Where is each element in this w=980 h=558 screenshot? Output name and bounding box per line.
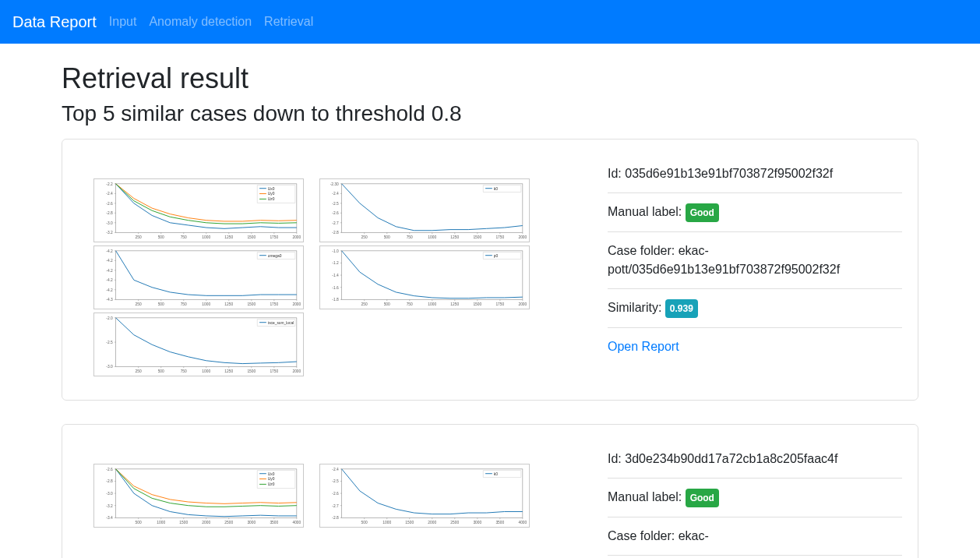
svg-text:-2.4: -2.4 [332,192,339,196]
info-column: Id: 035d6e91b13e91bf703872f95002f32f Man… [608,155,902,384]
svg-text:-2.8: -2.8 [332,516,339,520]
svg-text:250: 250 [136,235,142,239]
svg-text:Ux0: Ux0 [268,472,275,476]
svg-text:1500: 1500 [473,235,481,239]
charts-column: -2.6-2.8-3.0-3.2-3.450010001500200025003… [78,440,592,558]
svg-text:-1.4: -1.4 [332,274,339,277]
svg-text:k0: k0 [494,187,498,191]
result-card: -2.2-2.4-2.6-2.8-3.0-3.22505007501000125… [62,139,918,401]
nav-link-retrieval[interactable]: Retrieval [264,15,313,29]
page-title: Retrieval result [62,62,918,95]
nav-link-input[interactable]: Input [109,15,137,29]
svg-text:1000: 1000 [382,521,391,524]
navbar-brand[interactable]: Data Report [12,13,97,31]
svg-text:1250: 1250 [450,302,459,306]
svg-text:-2.5: -2.5 [106,341,113,344]
svg-text:750: 750 [407,235,413,239]
result-similarity: Similarity: 0.939 [608,288,902,327]
svg-text:1250: 1250 [224,369,233,373]
nav-link-anomaly[interactable]: Anomaly detection [149,15,252,29]
similarity-badge: 0.939 [665,299,698,318]
svg-text:1000: 1000 [428,302,436,306]
result-similarity: Similarity: [608,555,902,558]
svg-text:1250: 1250 [224,302,233,306]
svg-text:1000: 1000 [202,302,210,306]
svg-text:Uy0: Uy0 [268,477,275,481]
svg-text:1500: 1500 [247,235,256,239]
svg-text:500: 500 [384,235,390,239]
svg-text:-3.4: -3.4 [106,516,113,520]
svg-text:-4.2: -4.2 [106,269,113,273]
svg-text:1250: 1250 [224,235,233,239]
svg-text:-2.8: -2.8 [106,211,113,215]
svg-text:-1.0: -1.0 [332,249,339,253]
svg-text:250: 250 [361,302,368,306]
page-subtitle: Top 5 similar cases down to threshold 0.… [62,101,918,126]
svg-text:4000: 4000 [518,521,527,524]
svg-text:-3.0: -3.0 [106,221,113,225]
svg-text:-4.2: -4.2 [106,288,113,292]
svg-text:1500: 1500 [247,302,256,306]
svg-text:500: 500 [158,302,164,306]
svg-text:750: 750 [181,369,187,373]
svg-text:1750: 1750 [270,369,278,373]
svg-text:-2.6: -2.6 [332,492,339,496]
svg-text:-1.6: -1.6 [332,286,339,290]
svg-text:1750: 1750 [495,235,504,239]
svg-text:-2.6: -2.6 [106,202,113,206]
svg-rect-217 [483,471,521,478]
svg-text:1250: 1250 [450,235,459,239]
svg-text:-4.2: -4.2 [106,249,113,253]
chart-panel: -2.6-2.8-3.0-3.2-3.450010001500200025003… [93,464,304,528]
chart-panel: -4.2-4.2-4.2-4.2-4.2-4.32505007501000125… [93,245,304,309]
svg-text:Uy0: Uy0 [268,192,275,196]
svg-text:250: 250 [136,369,142,373]
svg-text:-2.7: -2.7 [332,504,339,508]
chart-panel: -2.30-2.4-2.5-2.6-2.7-2.8250500750100012… [319,178,530,242]
svg-rect-127 [483,253,521,260]
svg-text:3000: 3000 [473,521,481,524]
svg-text:-3.2: -3.2 [106,504,113,508]
svg-text:-2.6: -2.6 [332,211,339,215]
chart-panel: -2.2-2.4-2.6-2.8-3.0-3.22505007501000125… [93,178,304,242]
svg-text:1750: 1750 [495,302,504,306]
navbar: Data Report Input Anomaly detection Retr… [0,0,980,44]
svg-text:2000: 2000 [292,369,301,373]
svg-text:250: 250 [361,235,368,239]
svg-text:1500: 1500 [247,369,256,373]
open-report-link[interactable]: Open Report [608,340,679,353]
svg-text:250: 250 [136,302,142,306]
svg-text:3500: 3500 [495,521,504,524]
svg-rect-183 [257,471,295,488]
svg-text:-1.2: -1.2 [332,261,339,265]
svg-text:2000: 2000 [518,302,527,306]
svg-text:750: 750 [407,302,413,306]
svg-text:500: 500 [384,302,390,306]
svg-text:3000: 3000 [247,521,256,524]
svg-text:750: 750 [181,302,187,306]
svg-text:2000: 2000 [428,521,436,524]
svg-text:-2.4: -2.4 [106,192,113,196]
chart-panel: -1.0-1.2-1.4-1.6-1.825050075010001250150… [319,245,530,309]
chart-panel: -2.4-2.5-2.6-2.7-2.850010001500200025003… [319,464,530,528]
svg-text:1000: 1000 [202,235,210,239]
svg-text:1000: 1000 [428,235,436,239]
chart-panel [319,313,530,376]
result-id: Id: 035d6e91b13e91bf703872f95002f32f [608,155,902,192]
result-folder: Case folder: ekac-pott/035d6e91b13e91bf7… [608,231,902,288]
result-manual-label: Manual label: Good [608,478,902,517]
svg-text:1500: 1500 [179,521,188,524]
svg-text:2500: 2500 [450,521,459,524]
svg-text:-2.8: -2.8 [332,231,339,235]
svg-text:1750: 1750 [270,302,278,306]
svg-text:Uz0: Uz0 [268,482,275,486]
svg-text:-2.8: -2.8 [106,479,113,483]
svg-text:Ux0: Ux0 [268,187,275,191]
svg-text:500: 500 [136,521,142,524]
svg-text:-3.0: -3.0 [106,365,113,369]
svg-text:-4.3: -4.3 [106,298,113,302]
svg-text:750: 750 [181,235,187,239]
svg-text:tsce_sum_local: tsce_sum_local [268,321,294,325]
svg-text:1000: 1000 [202,369,210,373]
result-folder: Case folder: ekac- [608,517,902,555]
